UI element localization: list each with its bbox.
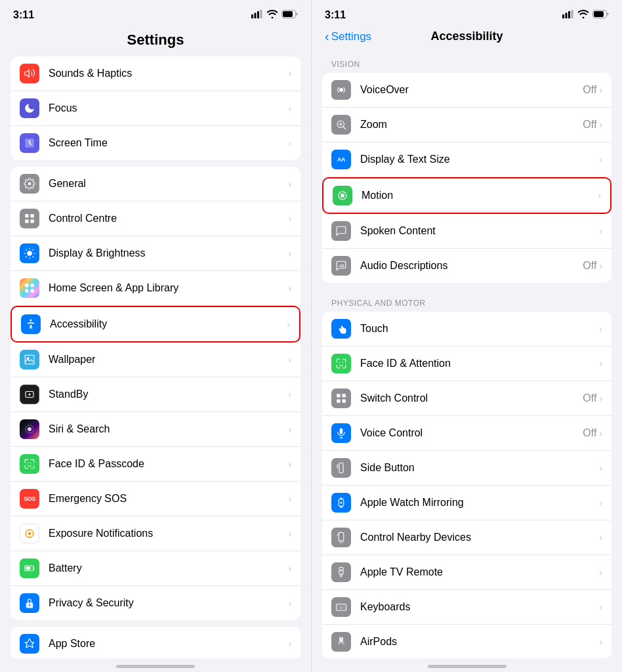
voiceover-icon [331, 80, 351, 100]
emergency-chevron: › [288, 494, 291, 504]
svg-rect-16 [31, 289, 34, 293]
home-indicator-right [312, 658, 622, 672]
apple-tv-label: Apple TV Remote [360, 566, 599, 578]
settings-row-focus[interactable]: Focus › [10, 91, 301, 126]
acc-row-switch-control[interactable]: Switch Control Off › [322, 381, 612, 416]
svg-rect-33 [568, 11, 570, 18]
svg-rect-8 [25, 214, 28, 217]
display-text-label: Display & Text Size [360, 154, 599, 165]
settings-group-middle: General › Control Centre › Display & Bri… [10, 167, 301, 620]
settings-row-display[interactable]: Display & Brightness › [10, 236, 301, 271]
svg-text:AD: AD [339, 264, 344, 268]
emergency-icon: SOS [20, 489, 39, 509]
voiceover-label: VoiceOver [360, 84, 583, 96]
settings-row-battery[interactable]: Battery › [10, 551, 301, 586]
left-panel: 3:11 Settings Sounds & Haptics › [0, 0, 311, 672]
acc-row-airpods[interactable]: AirPods › [322, 625, 612, 658]
sounds-icon [20, 64, 39, 83]
voice-control-label: Voice Control [360, 427, 583, 439]
app-store-label: App Store [49, 638, 288, 650]
svg-point-43 [342, 362, 344, 364]
app-store-chevron: › [288, 639, 291, 649]
settings-row-general[interactable]: General › [10, 167, 301, 201]
acc-row-spoken-content[interactable]: Spoken Content › [322, 214, 612, 249]
settings-row-siri[interactable]: Siri & Search › [10, 412, 301, 447]
svg-point-17 [30, 320, 32, 322]
physical-group: Touch › Face ID & Attention › Switch Con… [322, 312, 612, 658]
settings-row-screen-time[interactable]: Screen Time › [10, 126, 301, 160]
motion-icon [333, 186, 352, 205]
right-page-title: Accessibility [430, 30, 503, 43]
standby-chevron: › [288, 389, 291, 400]
apple-tv-icon [331, 562, 351, 582]
svg-point-26 [28, 532, 31, 536]
general-label: General [49, 178, 288, 190]
wallpaper-label: Wallpaper [49, 354, 288, 366]
accessibility-label: Accessibility [50, 318, 287, 330]
settings-row-control-centre[interactable]: Control Centre › [10, 201, 301, 236]
spoken-content-label: Spoken Content [360, 225, 599, 237]
battery-label: Battery [49, 562, 288, 574]
siri-label: Siri & Search [49, 423, 288, 435]
svg-point-23 [28, 463, 29, 464]
settings-row-accessibility[interactable]: Accessibility › [10, 306, 301, 343]
svg-rect-47 [342, 400, 346, 403]
wifi-icon-left [267, 9, 278, 21]
side-button-icon [331, 458, 351, 478]
vision-group: VoiceOver Off › Zoom Off › AA Display & … [322, 73, 612, 283]
svg-rect-9 [31, 214, 34, 217]
settings-row-privacy[interactable]: Privacy & Security › [10, 586, 301, 620]
settings-row-app-store[interactable]: App Store › [10, 627, 301, 658]
settings-row-wallpaper[interactable]: Wallpaper › [10, 343, 301, 377]
settings-row-exposure[interactable]: Exposure Notifications › [10, 516, 301, 551]
svg-rect-56 [341, 574, 342, 578]
svg-rect-46 [337, 400, 340, 403]
apple-tv-chevron: › [599, 567, 602, 578]
svg-rect-0 [251, 14, 253, 18]
acc-row-audio-desc[interactable]: AD Audio Descriptions Off › [322, 249, 612, 283]
general-icon [20, 174, 39, 194]
settings-row-sounds[interactable]: Sounds & Haptics › [10, 56, 301, 91]
airpods-chevron: › [599, 637, 602, 647]
acc-row-face-id-att[interactable]: Face ID & Attention › [322, 346, 612, 381]
acc-row-zoom[interactable]: Zoom Off › [322, 108, 612, 142]
zoom-label: Zoom [360, 119, 583, 131]
apple-watch-label: Apple Watch Mirroring [360, 497, 599, 509]
privacy-icon [20, 593, 39, 613]
settings-row-emergency[interactable]: SOS Emergency SOS › [10, 482, 301, 516]
back-chevron-icon: ‹ [325, 29, 329, 44]
acc-row-display-text[interactable]: AA Display & Text Size › [322, 142, 612, 177]
audio-desc-chevron: › [599, 261, 602, 271]
touch-icon [331, 319, 351, 339]
svg-rect-44 [337, 394, 340, 397]
wallpaper-icon [20, 350, 39, 369]
acc-row-voice-control[interactable]: Voice Control Off › [322, 416, 612, 451]
acc-row-apple-tv[interactable]: Apple TV Remote › [322, 555, 612, 590]
face-id-att-icon [331, 354, 351, 373]
standby-label: StandBy [49, 388, 288, 400]
standby-icon [20, 385, 39, 404]
switch-control-value: Off [583, 392, 596, 404]
settings-group-bottom: App Store › [10, 627, 301, 658]
acc-row-control-nearby[interactable]: Control Nearby Devices › [322, 520, 612, 555]
settings-row-standby[interactable]: StandBy › [10, 377, 301, 412]
settings-row-face-id[interactable]: Face ID & Passcode › [10, 447, 301, 482]
screen-time-chevron: › [288, 138, 291, 148]
acc-row-touch[interactable]: Touch › [322, 312, 612, 346]
acc-row-motion[interactable]: Motion › [322, 177, 612, 214]
acc-row-side-button[interactable]: Side Button › [322, 451, 612, 486]
siri-chevron: › [288, 424, 291, 434]
settings-row-home-screen[interactable]: Home Screen & App Library › [10, 271, 301, 306]
motion-chevron: › [598, 190, 601, 201]
spoken-content-chevron: › [599, 226, 602, 236]
acc-row-voiceover[interactable]: VoiceOver Off › [322, 73, 612, 108]
general-chevron: › [288, 178, 291, 189]
control-centre-icon [20, 209, 39, 228]
back-button[interactable]: ‹ Settings [325, 29, 371, 44]
battery-chevron: › [288, 563, 291, 574]
switch-control-icon [331, 388, 351, 408]
acc-row-apple-watch[interactable]: Apple Watch Mirroring › [322, 486, 612, 520]
audio-desc-icon: AD [331, 256, 351, 276]
acc-row-keyboards[interactable]: Keyboards › [322, 590, 612, 625]
side-button-label: Side Button [360, 462, 599, 474]
